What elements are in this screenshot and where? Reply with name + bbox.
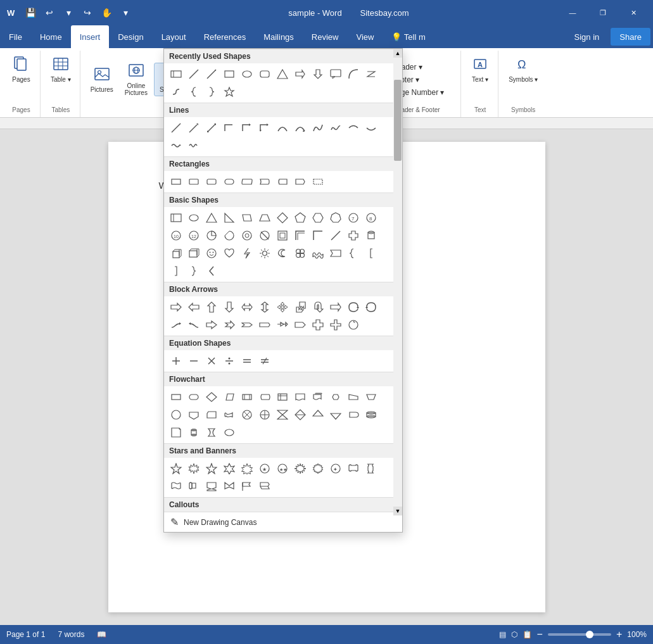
shape-arrow-notch-right[interactable]: [239, 317, 255, 333]
shape-arrow-circle[interactable]: [345, 317, 362, 333]
shape-rounded-rect[interactable]: [257, 66, 273, 82]
shape-basic-brace2[interactable]: [186, 263, 202, 279]
menu-review[interactable]: Review: [303, 25, 348, 48]
shape-arrow-curvy-left[interactable]: [186, 317, 202, 333]
shape-line-plain[interactable]: [168, 120, 184, 136]
shape-basic-nosmoke[interactable]: [257, 227, 273, 244]
shape-rect1[interactable]: [168, 174, 184, 190]
shape-banner-flag[interactable]: [239, 478, 255, 495]
shape-fc-manual-input[interactable]: [345, 389, 362, 405]
shape-star6[interactable]: [221, 460, 238, 477]
shape-fc-connector[interactable]: [168, 407, 184, 423]
shape-arrow-corner[interactable]: [292, 299, 308, 315]
menu-view[interactable]: View: [347, 25, 383, 48]
shape-fc-predefined[interactable]: [239, 389, 255, 405]
shape-star[interactable]: [221, 84, 238, 100]
new-drawing-canvas[interactable]: ✎ New Drawing Canvas: [164, 512, 402, 532]
shape-banner-scroll-v[interactable]: [363, 460, 379, 477]
shape-fc-document[interactable]: [292, 389, 308, 405]
shape-arrow-up-block[interactable]: [203, 299, 220, 315]
shape-banner-flag2[interactable]: [257, 478, 273, 495]
shape-basic-rtriangle[interactable]: [221, 210, 238, 226]
customize-button[interactable]: ▾: [117, 4, 134, 22]
shape-arc[interactable]: [345, 66, 362, 82]
shape-arrow-left-block[interactable]: [186, 299, 202, 315]
shape-line-double-arrow[interactable]: [203, 120, 220, 136]
shape-spring[interactable]: [186, 137, 202, 154]
shape-arrow-double-notch[interactable]: [274, 317, 291, 333]
shape-rect3[interactable]: [203, 174, 220, 190]
shape-fc-note[interactable]: [168, 424, 184, 441]
shape-fc-hourglass[interactable]: [203, 424, 220, 441]
menu-design[interactable]: Design: [109, 25, 152, 48]
shape-rect8[interactable]: [292, 174, 308, 190]
shape-rect9[interactable]: [310, 174, 326, 190]
shape-rect6[interactable]: [257, 174, 273, 190]
shape-arrow-down-block[interactable]: [221, 299, 238, 315]
redo-button[interactable]: ↪: [79, 4, 96, 22]
shape-rect2[interactable]: [186, 174, 202, 190]
online-pictures-button[interactable]: OnlinePictures: [120, 60, 153, 99]
shape-basic-hexagon[interactable]: [310, 210, 326, 226]
shape-elbow1[interactable]: [221, 120, 238, 136]
shape-star8[interactable]: ★: [257, 460, 273, 477]
shape-basic-angbrace[interactable]: [203, 263, 220, 279]
shape-arrow-pentagon[interactable]: [292, 317, 308, 333]
shape-brace-right[interactable]: [203, 84, 220, 100]
shape-basic-rect3d[interactable]: [186, 245, 202, 262]
shape-arrow-circle-right[interactable]: [345, 299, 362, 315]
menu-layout[interactable]: Layout: [153, 25, 195, 48]
shape-basic-circle7[interactable]: 7: [345, 210, 362, 226]
shape-brace-left[interactable]: [186, 84, 202, 100]
shape-arrow-chevron-right[interactable]: [203, 317, 220, 333]
shape-arrow-cross[interactable]: [310, 317, 326, 333]
shape-eq-multiply[interactable]: [203, 353, 220, 369]
shape-star5[interactable]: [203, 460, 220, 477]
shape-eq-divide[interactable]: [221, 353, 238, 369]
close-button[interactable]: ✕: [619, 0, 648, 25]
table-button[interactable]: Table ▾: [46, 53, 76, 85]
shape-basic-wave[interactable]: [310, 245, 326, 262]
layout-mode-icon[interactable]: ▤: [499, 630, 506, 639]
shape-basic-heptagon[interactable]: [327, 210, 344, 226]
reading-mode-icon[interactable]: 📖: [97, 630, 106, 639]
shape-basic-cylinder[interactable]: [363, 227, 379, 244]
shape-banner-scroll-h[interactable]: [345, 460, 362, 477]
shape-fc-multidoc[interactable]: [310, 389, 326, 405]
shape-basic-frame[interactable]: [274, 227, 291, 244]
shape-starburst4[interactable]: ✦: [327, 460, 344, 477]
shape-basic-circle12[interactable]: 12: [186, 227, 202, 244]
shape-basic-bracket1[interactable]: [363, 245, 379, 262]
shape-rect[interactable]: [221, 66, 238, 82]
shape-banner-ribbon2[interactable]: [221, 478, 238, 495]
shape-starburst3[interactable]: [310, 460, 326, 477]
shape-arrow-circle-left[interactable]: [363, 299, 379, 315]
shape-curved2[interactable]: [292, 120, 308, 136]
shape-elbow2[interactable]: [239, 120, 255, 136]
menu-share[interactable]: Share: [611, 28, 650, 46]
shape-eq-notequal[interactable]: [257, 353, 273, 369]
shape-triangle[interactable]: [274, 66, 291, 82]
shape-fc-merge[interactable]: [327, 407, 344, 423]
shape-callout[interactable]: [327, 66, 344, 82]
shape-fc-preparation[interactable]: [327, 389, 344, 405]
menu-home[interactable]: Home: [31, 25, 71, 48]
menu-mailings[interactable]: Mailings: [255, 25, 303, 48]
shape-basic-trapezoid[interactable]: [257, 210, 273, 226]
shape-fc-extract[interactable]: [310, 407, 326, 423]
shape-arrow-notch-right2[interactable]: [257, 317, 273, 333]
shape-basic-oval[interactable]: [186, 210, 202, 226]
undo-button[interactable]: ↩: [41, 4, 58, 22]
shape-fc-sort[interactable]: [292, 407, 308, 423]
pages-button[interactable]: Pages: [7, 53, 35, 85]
shape-basic-circle10[interactable]: 10: [168, 227, 184, 244]
shape-curved1[interactable]: [274, 120, 291, 136]
shape-eq-equal[interactable]: [239, 353, 255, 369]
shape-basic-triangle[interactable]: [203, 210, 220, 226]
shape-curve4[interactable]: [363, 120, 379, 136]
shape-basic-text[interactable]: [168, 210, 184, 226]
layout-web-icon[interactable]: ⬡: [511, 630, 517, 639]
shape-basic-cross[interactable]: [345, 227, 362, 244]
minimize-button[interactable]: —: [558, 0, 587, 25]
shape-arrow-stripe[interactable]: [327, 299, 344, 315]
